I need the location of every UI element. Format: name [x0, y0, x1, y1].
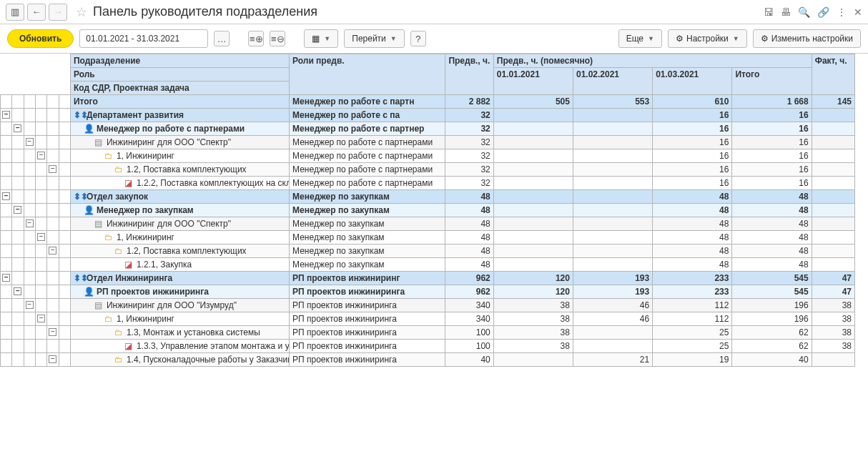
table-row[interactable]: ◪1.2.1, ЗакупкаМенеджер по закупкам48484…: [1, 258, 855, 272]
cell-pred: 962: [445, 285, 493, 299]
cell-pred: 48: [445, 190, 493, 204]
date-picker-button[interactable]: …: [214, 31, 230, 46]
settings-label: Настройки: [686, 34, 729, 44]
cell-m2: [573, 163, 652, 177]
cell-fact: 38: [812, 326, 854, 340]
preview-icon[interactable]: 🔍: [798, 6, 810, 18]
tree-toggle[interactable]: −: [37, 315, 45, 322]
col-m3: 01.03.2021: [653, 68, 732, 95]
cell-fact: [812, 109, 854, 122]
table-row[interactable]: −🗀1.2, Поставка комплектующихМенеджер по…: [1, 245, 855, 258]
table-row[interactable]: −🗀1.2, Поставка комплектующихМенеджер по…: [1, 163, 855, 177]
cell-m1: [493, 109, 573, 122]
save-icon[interactable]: 🖫: [764, 6, 774, 18]
expand-tree-button[interactable]: ≡⊕: [248, 31, 264, 46]
row-label: 🗀1, Инжиниринг: [70, 231, 289, 245]
cell-m3: 16: [653, 122, 732, 136]
row-role: РП проектов инжиниринга: [290, 340, 445, 353]
cell-pred: 32: [445, 177, 493, 190]
cell-m3: 16: [653, 149, 732, 163]
table-row[interactable]: −▤Инжиниринг для ООО "Изумруд"РП проекто…: [1, 299, 855, 312]
cell-m1: [493, 163, 573, 177]
cell-m1: [493, 258, 573, 272]
table-row[interactable]: −▤Инжиниринг для ООО "Спектр"Менеджер по…: [1, 217, 855, 231]
cell-pred: 340: [445, 312, 493, 326]
collapse-tree-button[interactable]: ≡⊖: [270, 31, 285, 46]
cell-m1: [493, 245, 573, 258]
table-row[interactable]: −👤РП проектов инжинирингаРП проектов инж…: [1, 285, 855, 299]
cell-m1: [493, 231, 573, 245]
settings-button[interactable]: ⚙ Настройки ▼: [668, 29, 747, 48]
menu-button[interactable]: ▥: [6, 4, 24, 21]
change-settings-button[interactable]: ⚙ Изменить настройки: [753, 29, 861, 48]
more-icon[interactable]: ⋮: [837, 6, 847, 18]
cell-m2: 21: [573, 353, 652, 367]
gear-icon: ⚙: [761, 34, 769, 44]
forward-button[interactable]: →: [49, 4, 67, 21]
tree-toggle[interactable]: −: [14, 124, 21, 132]
tree-toggle[interactable]: −: [49, 165, 56, 173]
tree-toggle[interactable]: −: [26, 219, 34, 227]
table-row[interactable]: −🗀1, ИнжинирингРП проектов инжиниринга34…: [1, 312, 855, 326]
cell-fact: [812, 204, 854, 217]
row-label: 🗀1, Инжиниринг: [70, 149, 289, 163]
cell-fact: [812, 217, 854, 231]
tree-toggle[interactable]: −: [26, 138, 34, 146]
tree-toggle[interactable]: −: [49, 247, 56, 255]
cell-m1: 120: [493, 272, 573, 285]
update-button[interactable]: Обновить: [7, 29, 74, 48]
table-row[interactable]: −👤Менеджер по работе с партнерамиМенедже…: [1, 122, 855, 136]
table-row[interactable]: −🗀1, ИнжинирингМенеджер по закупкам48484…: [1, 231, 855, 245]
cell-m3: 19: [653, 353, 732, 367]
tree-toggle[interactable]: −: [49, 355, 56, 363]
tree-toggle[interactable]: −: [2, 111, 10, 119]
col-m2: 01.02.2021: [573, 68, 652, 95]
table-row[interactable]: −▤Инжиниринг для ООО "Спектр"Менеджер по…: [1, 136, 855, 149]
cell-m2: [573, 204, 652, 217]
table-row[interactable]: −🗀1.4, Пусконаладочные работы у Заказчик…: [1, 353, 855, 367]
tree-toggle[interactable]: −: [26, 301, 34, 309]
cell-pred: 48: [445, 245, 493, 258]
row-label: ⬍⬍Отдел Инжиниринга: [70, 272, 289, 285]
star-icon[interactable]: ☆: [73, 4, 90, 21]
row-role: РП проектов инжиниринга: [290, 326, 445, 340]
cell-m3: 610: [653, 95, 732, 109]
cell-m2: [573, 245, 652, 258]
table-row[interactable]: ИтогоМенеджер по работе с партн2 8825055…: [1, 95, 855, 109]
tree-toggle[interactable]: −: [14, 206, 21, 214]
tree-toggle[interactable]: −: [49, 328, 56, 336]
table-row[interactable]: ◪1.2.2, Поставка комплектующих на складМ…: [1, 177, 855, 190]
tree-mode-button[interactable]: ▦ ▼: [304, 29, 338, 48]
row-label: 🗀1.3, Монтаж и установка системы: [70, 326, 289, 340]
table-row[interactable]: −🗀1.3, Монтаж и установка системыРП прое…: [1, 326, 855, 340]
back-button[interactable]: ←: [27, 4, 46, 21]
row-label: Итого: [70, 95, 289, 109]
table-row[interactable]: −🗀1, ИнжинирингМенеджер по работе с парт…: [1, 149, 855, 163]
table-row[interactable]: −⬍⬍Отдел закупокМенеджер по закупкам4848…: [1, 190, 855, 204]
row-role: Менеджер по работе с партн: [290, 95, 445, 109]
goto-button[interactable]: Перейти ▼: [344, 29, 404, 48]
cell-m1: 38: [493, 299, 573, 312]
help-button[interactable]: ?: [410, 31, 426, 46]
tree-toggle[interactable]: −: [2, 274, 10, 282]
more-button[interactable]: Еще ▼: [618, 29, 662, 48]
tree-toggle[interactable]: −: [37, 152, 45, 159]
row-label: 🗀1, Инжиниринг: [70, 312, 289, 326]
table-row[interactable]: −⬍⬍Отдел ИнжинирингаРП проектов инжинири…: [1, 272, 855, 285]
link-icon[interactable]: 🔗: [817, 6, 829, 18]
cell-m1: [493, 122, 573, 136]
close-icon[interactable]: ✕: [854, 6, 862, 18]
cell-m2: [573, 136, 652, 149]
tree-toggle[interactable]: −: [14, 287, 21, 295]
cell-m3: 16: [653, 109, 732, 122]
report-area[interactable]: Подразделение Роли предв. Предв., ч. Пре…: [0, 53, 868, 469]
cell-m2: 46: [573, 312, 652, 326]
tree-toggle[interactable]: −: [37, 233, 45, 241]
tree-toggle[interactable]: −: [2, 192, 10, 200]
cell-m3: 48: [653, 190, 732, 204]
print-icon[interactable]: 🖶: [781, 6, 791, 18]
date-range-field[interactable]: 01.01.2021 - 31.03.2021: [79, 29, 208, 48]
table-row[interactable]: ◪1.3.3, Управление этапом монтажа и уста…: [1, 340, 855, 353]
table-row[interactable]: −⬍⬍Департамент развитияМенеджер по работ…: [1, 109, 855, 122]
table-row[interactable]: −👤Менеджер по закупкамМенеджер по закупк…: [1, 204, 855, 217]
